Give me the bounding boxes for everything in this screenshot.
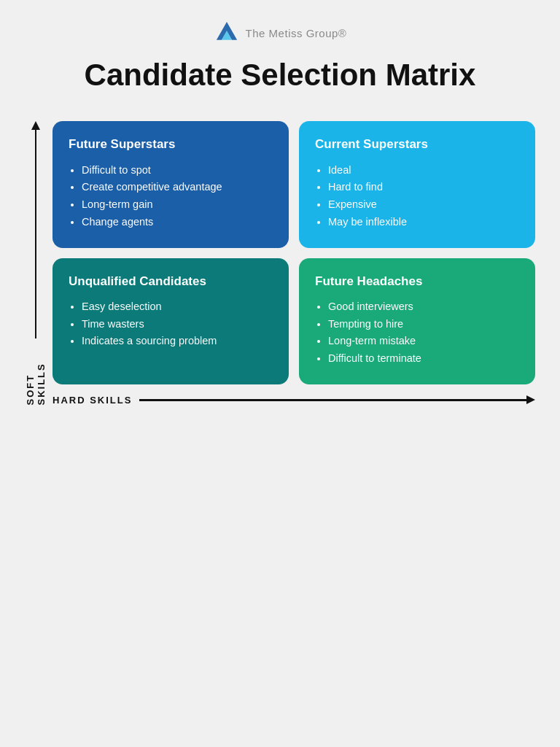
future-headaches-list: Good interviewers Tempting to hire Long-… (315, 299, 519, 367)
list-item: Difficult to spot (82, 163, 273, 179)
x-axis-container: Hard Skills (52, 395, 535, 406)
quadrant-future-superstars: Future Superstars Difficult to spot Crea… (52, 121, 289, 247)
list-item: Easy deselection (82, 299, 273, 315)
list-item: Indicates a sourcing problem (82, 333, 273, 349)
future-superstars-title: Future Superstars (69, 137, 273, 152)
logo-text: The Metiss Group® (246, 27, 347, 39)
list-item: Hard to find (328, 179, 519, 196)
quadrant-future-headaches: Future Headaches Good interviewers Tempt… (299, 258, 535, 384)
matrix-content: Future Superstars Difficult to spot Crea… (52, 121, 535, 406)
future-headaches-title: Future Headaches (315, 274, 519, 289)
logo-area: The Metiss Group® (214, 22, 347, 44)
y-axis-arrowhead (31, 121, 40, 130)
list-item: Long-term gain (82, 197, 273, 213)
list-item: Ideal (328, 163, 519, 179)
list-item: Create competitive advantage (82, 179, 273, 196)
y-axis-line (35, 130, 37, 338)
list-item: Expensive (328, 197, 519, 213)
x-axis-line (139, 399, 526, 401)
future-superstars-list: Difficult to spot Create competitive adv… (69, 163, 273, 231)
list-item: May be inflexible (328, 214, 519, 231)
page-title: Candidate Selection Matrix (85, 58, 476, 92)
x-axis-arrowhead (526, 395, 535, 404)
list-item: Tempting to hire (328, 317, 519, 333)
metiss-logo-icon (214, 22, 240, 44)
current-superstars-title: Current Superstars (315, 137, 519, 152)
unqualified-candidates-title: Unqualified Candidates (69, 274, 273, 289)
list-item: Change agents (82, 214, 273, 231)
unqualified-candidates-list: Easy deselection Time wasters Indicates … (69, 299, 273, 349)
list-item: Time wasters (82, 317, 273, 333)
quadrant-unqualified-candidates: Unqualified Candidates Easy deselection … (52, 258, 289, 384)
x-axis-label: Hard Skills (52, 395, 132, 406)
y-axis-label: Soft Skills (25, 346, 47, 406)
y-axis-arrow (31, 121, 40, 338)
list-item: Difficult to terminate (328, 351, 519, 367)
list-item: Good interviewers (328, 299, 519, 315)
list-item: Long-term mistake (328, 333, 519, 349)
current-superstars-list: Ideal Hard to find Expensive May be infl… (315, 163, 519, 231)
matrix-grid: Future Superstars Difficult to spot Crea… (52, 121, 535, 384)
quadrant-current-superstars: Current Superstars Ideal Hard to find Ex… (299, 121, 535, 247)
matrix-wrapper: Soft Skills Future Superstars Difficult … (25, 121, 535, 406)
y-axis-container: Soft Skills (25, 121, 47, 406)
